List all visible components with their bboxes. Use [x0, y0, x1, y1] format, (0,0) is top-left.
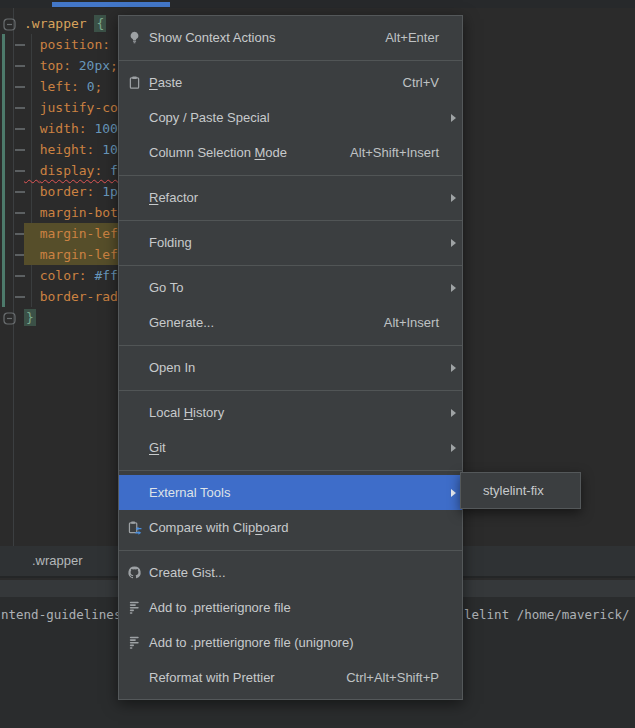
code-token: [24, 184, 40, 199]
code-token: [24, 247, 40, 262]
menu-item-folding[interactable]: Folding: [119, 225, 462, 260]
code-token: left:: [40, 79, 87, 94]
menu-item-label: Go To: [149, 280, 183, 295]
code-line: display: f: [24, 160, 133, 181]
code-token: {: [94, 15, 106, 32]
submenu-arrow-icon: [446, 444, 456, 452]
code-token: [24, 100, 40, 115]
code-line: position: a: [24, 34, 133, 55]
code-area[interactable]: .wrapper { position: a top: 20px; left: …: [24, 13, 133, 328]
vcs-change-marker: [2, 34, 5, 307]
code-token: f: [110, 163, 118, 178]
code-token: color:: [40, 268, 95, 283]
code-line: border: 1p: [24, 181, 133, 202]
menu-item-label: Copy / Paste Special: [149, 110, 270, 125]
menu-item-show-context-actions[interactable]: Show Context ActionsAlt+Enter: [119, 20, 462, 55]
menu-separator: [119, 175, 462, 176]
menu-item-git[interactable]: Git: [119, 430, 462, 465]
code-line: left: 0;: [24, 76, 133, 97]
menu-separator: [119, 60, 462, 61]
menu-item-paste[interactable]: PasteCtrl+V: [119, 65, 462, 100]
menu-item-icon-empty: [127, 670, 149, 686]
menu-item-create-gist[interactable]: Create Gist...: [119, 555, 462, 590]
prettier-icon: [127, 635, 149, 651]
menu-item-label: Generate...: [149, 315, 214, 330]
github-icon: [127, 565, 149, 581]
code-token: [24, 205, 40, 220]
menu-item-icon-empty: [127, 360, 149, 376]
code-token: position:: [40, 37, 118, 52]
menu-item-label: Column Selection Mode: [149, 145, 287, 160]
code-token: width:: [40, 121, 95, 136]
diff-clipboard-icon: [127, 520, 149, 536]
code-line: }: [24, 307, 133, 328]
menu-item-label: Compare with Clipboard: [149, 520, 288, 535]
code-line: height: 100: [24, 139, 133, 160]
submenu-arrow-icon: [446, 409, 456, 417]
code-token: [24, 79, 40, 94]
code-line: color: #ff: [24, 265, 133, 286]
fold-end-icon[interactable]: [3, 311, 16, 324]
menu-item-label: Add to .prettierignore file: [149, 600, 291, 615]
menu-item-shortcut: Ctrl+V: [403, 75, 439, 90]
menu-item-open-in[interactable]: Open In: [119, 350, 462, 385]
menu-item-generate[interactable]: Generate...Alt+Insert: [119, 305, 462, 340]
menu-item-add-to-prettierignore-file[interactable]: Add to .prettierignore file: [119, 590, 462, 625]
menu-item-label: Paste: [149, 75, 182, 90]
menu-item-go-to[interactable]: Go To: [119, 270, 462, 305]
code-token: [24, 121, 40, 136]
code-token: 1p: [102, 184, 118, 199]
menu-item-external-tools[interactable]: External Tools: [119, 475, 462, 510]
code-line: margin-lef: [24, 223, 133, 244]
code-token: ;: [110, 58, 118, 73]
menu-item-icon-empty: [127, 280, 149, 296]
menu-item-label: Create Gist...: [149, 565, 226, 580]
fold-collapse-icon[interactable]: [3, 17, 16, 30]
menu-separator: [119, 550, 462, 551]
gutter-separator: [13, 8, 14, 546]
menu-item-reformat-with-prettier[interactable]: Reformat with PrettierCtrl+Alt+Shift+P: [119, 660, 462, 695]
code-line: .wrapper {: [24, 13, 133, 34]
code-token: [24, 37, 40, 52]
external-tools-submenu: stylelint-fix: [460, 472, 581, 509]
editor-top-strip: [0, 0, 635, 8]
menu-separator: [119, 345, 462, 346]
breadcrumb[interactable]: .wrapper: [32, 553, 83, 568]
menu-item-label: Folding: [149, 235, 192, 250]
menu-item-icon-empty: [127, 405, 149, 421]
menu-separator: [119, 265, 462, 266]
menu-item-column-selection-mode[interactable]: Column Selection ModeAlt+Shift+Insert: [119, 135, 462, 170]
menu-item-label: Refactor: [149, 190, 198, 205]
code-token: margin-lef: [40, 247, 118, 262]
menu-item-refactor[interactable]: Refactor: [119, 180, 462, 215]
code-token: [24, 58, 40, 73]
menu-item-icon-empty: [127, 110, 149, 126]
code-token: [24, 226, 40, 241]
scrollbar-thumb[interactable]: [52, 2, 170, 7]
submenu-arrow-icon: [446, 239, 456, 247]
code-token: display:: [40, 163, 110, 178]
code-line: margin-lef: [24, 244, 133, 265]
menu-item-add-to-prettierignore-file-unignore[interactable]: Add to .prettierignore file (unignore): [119, 625, 462, 660]
menu-item-shortcut: Alt+Enter: [385, 30, 439, 45]
menu-item-compare-with-clipboard[interactable]: Compare with Clipboard: [119, 510, 462, 545]
menu-item-local-history[interactable]: Local History: [119, 395, 462, 430]
menu-item-copy-paste-special[interactable]: Copy / Paste Special: [119, 100, 462, 135]
code-token: border:: [40, 184, 103, 199]
menu-item-stylelint-fix[interactable]: stylelint-fix: [461, 483, 580, 498]
code-token: [24, 289, 40, 304]
code-token: [24, 268, 40, 283]
menu-item-shortcut: Alt+Shift+Insert: [350, 145, 439, 160]
menu-item-label: Open In: [149, 360, 195, 375]
code-token: margin-lef: [40, 226, 118, 241]
clipboard-icon: [127, 75, 149, 91]
menu-item-icon-empty: [127, 315, 149, 331]
menu-separator: [119, 470, 462, 471]
code-token: [24, 142, 40, 157]
code-line: top: 20px;: [24, 55, 133, 76]
code-line: justify-con: [24, 97, 133, 118]
menu-item-shortcut: Ctrl+Alt+Shift+P: [346, 670, 439, 685]
menu-item-label: Reformat with Prettier: [149, 670, 275, 685]
submenu-arrow-icon: [446, 114, 456, 122]
submenu-item-label: stylelint-fix: [483, 483, 544, 498]
